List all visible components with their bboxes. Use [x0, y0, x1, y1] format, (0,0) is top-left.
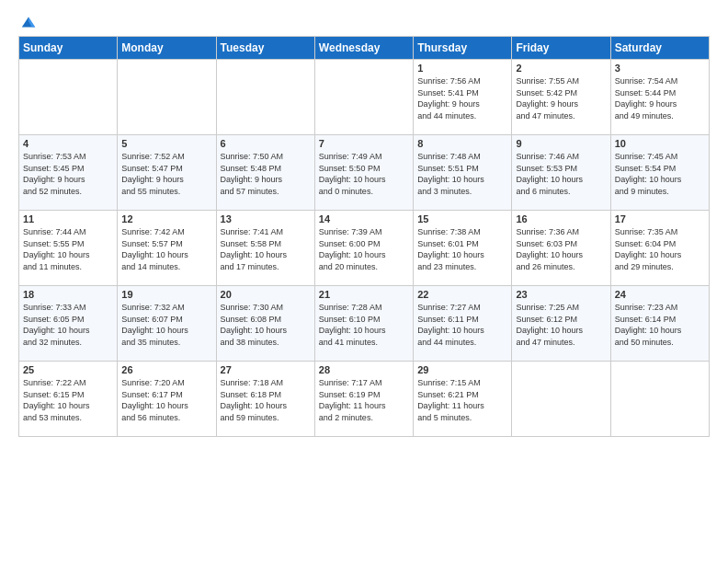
col-header-monday: Monday	[118, 37, 216, 60]
logo-icon	[20, 14, 37, 30]
col-header-saturday: Saturday	[610, 37, 709, 60]
day-cell: 9Sunrise: 7:46 AM Sunset: 5:53 PM Daylig…	[512, 135, 610, 211]
day-info: Sunrise: 7:35 AM Sunset: 6:04 PM Dayligh…	[615, 226, 705, 272]
day-cell: 11Sunrise: 7:44 AM Sunset: 5:55 PM Dayli…	[19, 211, 118, 286]
day-info: Sunrise: 7:44 AM Sunset: 5:55 PM Dayligh…	[23, 226, 113, 272]
day-cell: 12Sunrise: 7:42 AM Sunset: 5:57 PM Dayli…	[118, 211, 216, 286]
day-number: 27	[221, 364, 311, 375]
day-cell	[610, 362, 709, 437]
day-cell: 28Sunrise: 7:17 AM Sunset: 6:19 PM Dayli…	[314, 362, 413, 437]
day-number: 11	[23, 213, 113, 224]
day-info: Sunrise: 7:45 AM Sunset: 5:54 PM Dayligh…	[615, 151, 705, 197]
day-info: Sunrise: 7:38 AM Sunset: 6:01 PM Dayligh…	[417, 226, 507, 272]
week-row-3: 11Sunrise: 7:44 AM Sunset: 5:55 PM Dayli…	[19, 211, 710, 286]
day-cell: 6Sunrise: 7:50 AM Sunset: 5:48 PM Daylig…	[216, 135, 314, 211]
day-number: 14	[319, 213, 409, 224]
day-cell	[19, 60, 118, 135]
day-cell: 8Sunrise: 7:48 AM Sunset: 5:51 PM Daylig…	[414, 135, 512, 211]
header-row: SundayMondayTuesdayWednesdayThursdayFrid…	[19, 37, 710, 60]
day-number: 6	[221, 138, 311, 149]
day-info: Sunrise: 7:42 AM Sunset: 5:57 PM Dayligh…	[121, 226, 211, 272]
day-number: 2	[516, 63, 606, 74]
day-cell: 29Sunrise: 7:15 AM Sunset: 6:21 PM Dayli…	[414, 362, 512, 437]
day-cell: 1Sunrise: 7:56 AM Sunset: 5:41 PM Daylig…	[414, 60, 512, 135]
day-cell	[512, 362, 610, 437]
day-number: 22	[417, 289, 507, 300]
day-number: 28	[319, 364, 409, 375]
day-cell: 16Sunrise: 7:36 AM Sunset: 6:03 PM Dayli…	[512, 211, 610, 286]
day-cell	[216, 60, 314, 135]
day-number: 12	[121, 213, 211, 224]
day-cell: 2Sunrise: 7:55 AM Sunset: 5:42 PM Daylig…	[512, 60, 610, 135]
day-cell: 27Sunrise: 7:18 AM Sunset: 6:18 PM Dayli…	[216, 362, 314, 437]
col-header-sunday: Sunday	[19, 37, 118, 60]
day-number: 8	[417, 138, 507, 149]
day-info: Sunrise: 7:41 AM Sunset: 5:58 PM Dayligh…	[221, 226, 311, 272]
day-cell: 22Sunrise: 7:27 AM Sunset: 6:11 PM Dayli…	[414, 286, 512, 362]
day-number: 7	[319, 138, 409, 149]
day-number: 16	[516, 213, 606, 224]
calendar-page: SundayMondayTuesdayWednesdayThursdayFrid…	[0, 0, 728, 563]
day-number: 25	[23, 364, 113, 375]
day-number: 18	[23, 289, 113, 300]
day-info: Sunrise: 7:32 AM Sunset: 6:07 PM Dayligh…	[121, 302, 211, 348]
day-cell: 20Sunrise: 7:30 AM Sunset: 6:08 PM Dayli…	[216, 286, 314, 362]
day-info: Sunrise: 7:23 AM Sunset: 6:14 PM Dayligh…	[615, 302, 705, 348]
day-cell: 21Sunrise: 7:28 AM Sunset: 6:10 PM Dayli…	[314, 286, 413, 362]
day-info: Sunrise: 7:22 AM Sunset: 6:15 PM Dayligh…	[23, 377, 113, 423]
day-info: Sunrise: 7:36 AM Sunset: 6:03 PM Dayligh…	[516, 226, 606, 272]
day-cell: 13Sunrise: 7:41 AM Sunset: 5:58 PM Dayli…	[216, 211, 314, 286]
day-info: Sunrise: 7:54 AM Sunset: 5:44 PM Dayligh…	[615, 75, 705, 121]
day-info: Sunrise: 7:33 AM Sunset: 6:05 PM Dayligh…	[23, 302, 113, 348]
day-number: 4	[23, 138, 113, 149]
day-info: Sunrise: 7:49 AM Sunset: 5:50 PM Dayligh…	[319, 151, 409, 197]
day-cell: 23Sunrise: 7:25 AM Sunset: 6:12 PM Dayli…	[512, 286, 610, 362]
day-cell: 4Sunrise: 7:53 AM Sunset: 5:45 PM Daylig…	[19, 135, 118, 211]
day-cell: 24Sunrise: 7:23 AM Sunset: 6:14 PM Dayli…	[610, 286, 709, 362]
day-cell: 25Sunrise: 7:22 AM Sunset: 6:15 PM Dayli…	[19, 362, 118, 437]
day-info: Sunrise: 7:48 AM Sunset: 5:51 PM Dayligh…	[417, 151, 507, 197]
day-cell	[118, 60, 216, 135]
day-info: Sunrise: 7:18 AM Sunset: 6:18 PM Dayligh…	[221, 377, 311, 423]
logo	[18, 14, 37, 27]
day-info: Sunrise: 7:50 AM Sunset: 5:48 PM Dayligh…	[221, 151, 311, 197]
day-cell: 10Sunrise: 7:45 AM Sunset: 5:54 PM Dayli…	[610, 135, 709, 211]
day-number: 26	[121, 364, 211, 375]
day-number: 5	[121, 138, 211, 149]
day-number: 10	[615, 138, 705, 149]
day-info: Sunrise: 7:25 AM Sunset: 6:12 PM Dayligh…	[516, 302, 606, 348]
col-header-tuesday: Tuesday	[216, 37, 314, 60]
day-cell: 14Sunrise: 7:39 AM Sunset: 6:00 PM Dayli…	[314, 211, 413, 286]
day-info: Sunrise: 7:30 AM Sunset: 6:08 PM Dayligh…	[221, 302, 311, 348]
day-number: 17	[615, 213, 705, 224]
day-number: 29	[417, 364, 507, 375]
day-info: Sunrise: 7:52 AM Sunset: 5:47 PM Dayligh…	[121, 151, 211, 197]
day-cell: 7Sunrise: 7:49 AM Sunset: 5:50 PM Daylig…	[314, 135, 413, 211]
day-cell: 15Sunrise: 7:38 AM Sunset: 6:01 PM Dayli…	[414, 211, 512, 286]
day-number: 24	[615, 289, 705, 300]
day-number: 19	[121, 289, 211, 300]
day-number: 13	[221, 213, 311, 224]
col-header-friday: Friday	[512, 37, 610, 60]
day-cell: 17Sunrise: 7:35 AM Sunset: 6:04 PM Dayli…	[610, 211, 709, 286]
week-row-4: 18Sunrise: 7:33 AM Sunset: 6:05 PM Dayli…	[19, 286, 710, 362]
day-info: Sunrise: 7:15 AM Sunset: 6:21 PM Dayligh…	[417, 377, 507, 423]
day-info: Sunrise: 7:20 AM Sunset: 6:17 PM Dayligh…	[121, 377, 211, 423]
day-cell: 19Sunrise: 7:32 AM Sunset: 6:07 PM Dayli…	[118, 286, 216, 362]
week-row-1: 1Sunrise: 7:56 AM Sunset: 5:41 PM Daylig…	[19, 60, 710, 135]
week-row-2: 4Sunrise: 7:53 AM Sunset: 5:45 PM Daylig…	[19, 135, 710, 211]
day-cell: 18Sunrise: 7:33 AM Sunset: 6:05 PM Dayli…	[19, 286, 118, 362]
col-header-thursday: Thursday	[414, 37, 512, 60]
day-cell	[314, 60, 413, 135]
day-info: Sunrise: 7:28 AM Sunset: 6:10 PM Dayligh…	[319, 302, 409, 348]
day-info: Sunrise: 7:46 AM Sunset: 5:53 PM Dayligh…	[516, 151, 606, 197]
day-info: Sunrise: 7:39 AM Sunset: 6:00 PM Dayligh…	[319, 226, 409, 272]
day-info: Sunrise: 7:55 AM Sunset: 5:42 PM Dayligh…	[516, 75, 606, 121]
day-number: 15	[417, 213, 507, 224]
day-number: 20	[221, 289, 311, 300]
day-number: 23	[516, 289, 606, 300]
day-info: Sunrise: 7:27 AM Sunset: 6:11 PM Dayligh…	[417, 302, 507, 348]
day-number: 9	[516, 138, 606, 149]
day-info: Sunrise: 7:17 AM Sunset: 6:19 PM Dayligh…	[319, 377, 409, 423]
day-info: Sunrise: 7:53 AM Sunset: 5:45 PM Dayligh…	[23, 151, 113, 197]
